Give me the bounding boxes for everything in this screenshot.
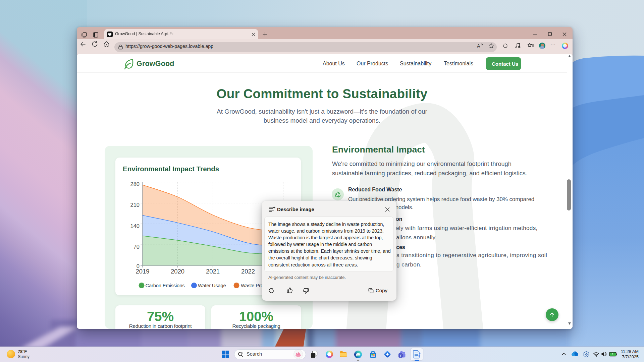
svg-text:280: 280 bbox=[130, 181, 140, 187]
svg-text:2019: 2019 bbox=[136, 268, 149, 275]
svg-text:T: T bbox=[400, 354, 402, 357]
svg-text:A: A bbox=[477, 43, 480, 49]
svg-text:Water Usage: Water Usage bbox=[198, 283, 226, 288]
svg-text:2022: 2022 bbox=[241, 268, 255, 275]
svg-text:140: 140 bbox=[130, 223, 140, 229]
svg-text:210: 210 bbox=[130, 202, 140, 208]
svg-text:70: 70 bbox=[133, 244, 140, 250]
svg-text:2020: 2020 bbox=[171, 268, 184, 275]
svg-text:2021: 2021 bbox=[206, 268, 220, 275]
svg-text:Carbon Emissions: Carbon Emissions bbox=[146, 283, 185, 288]
